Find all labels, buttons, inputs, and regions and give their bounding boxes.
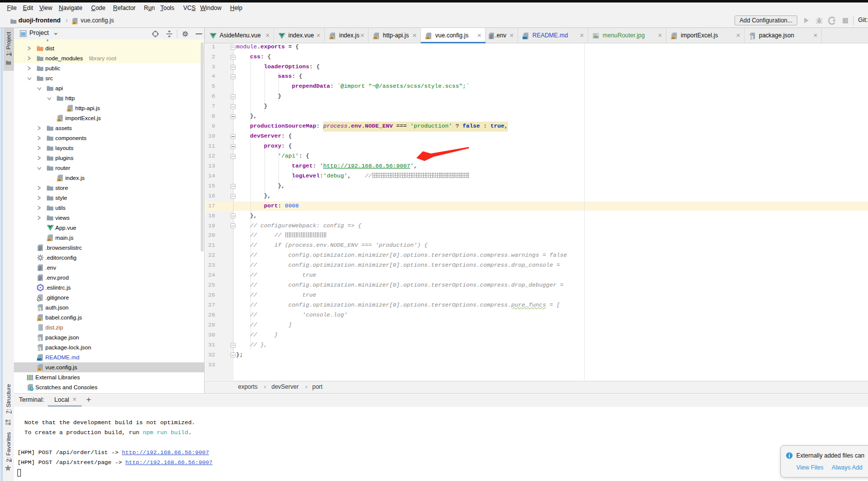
svg-text:JS: JS (57, 119, 61, 122)
svg-text:JS: JS (57, 178, 61, 181)
svg-text:MD: MD (37, 358, 41, 361)
svg-text:JS: JS (67, 109, 71, 112)
svg-text:JS: JS (37, 318, 41, 321)
svg-text:JS: JS (671, 36, 675, 39)
svg-text:JS: JS (73, 21, 76, 24)
svg-text:JS: JS (37, 368, 41, 371)
svg-text:JS: JS (330, 36, 333, 39)
svg-text:JS: JS (373, 36, 377, 39)
svg-text:JS: JS (47, 238, 51, 241)
svg-text:JS: JS (426, 36, 429, 39)
svg-text:MD: MD (523, 36, 527, 39)
